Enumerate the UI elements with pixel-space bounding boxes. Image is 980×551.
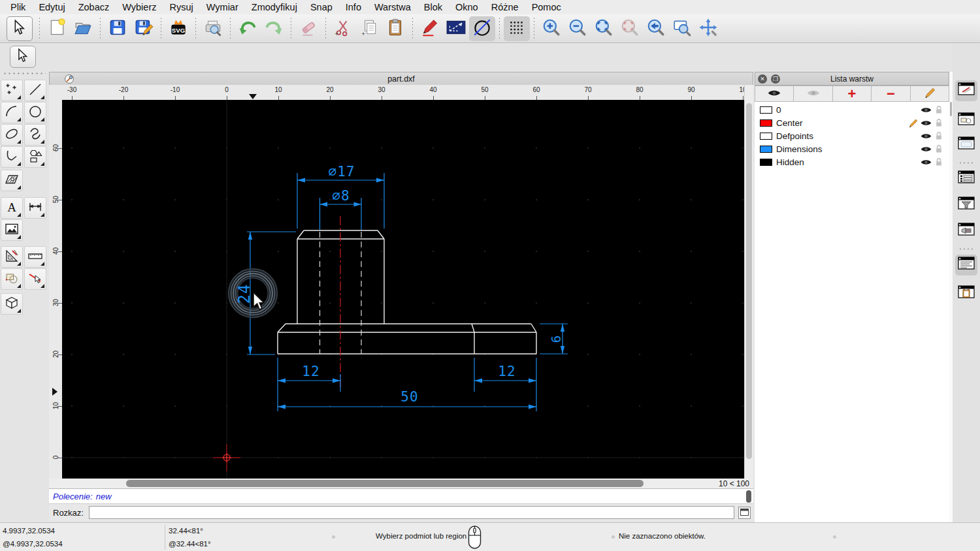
zoom-window-button[interactable] (669, 16, 695, 41)
layer-lock-icon[interactable] (932, 131, 945, 140)
measure-tool-button[interactable] (24, 246, 46, 268)
text-tool-button[interactable]: A (1, 197, 23, 219)
dim-height-24[interactable]: 24 (235, 284, 253, 304)
redo-button[interactable] (261, 16, 287, 41)
dim-diameter-17[interactable]: ⌀17 (329, 164, 355, 180)
layer-editing-pencil-icon[interactable] (906, 118, 919, 128)
palette-select-button[interactable] (10, 46, 36, 68)
dock-command-line-button[interactable] (955, 255, 977, 276)
image-tool-button[interactable] (1, 219, 23, 241)
dock-scrollbar-thumb[interactable] (950, 102, 952, 116)
line-tool-button[interactable] (24, 80, 46, 101)
h-scrollbar-thumb[interactable] (126, 480, 644, 487)
menu-info[interactable]: Info (339, 2, 368, 12)
select-tool-button[interactable] (7, 16, 33, 41)
command-history-scrollbar[interactable] (746, 490, 751, 503)
dock-entity-properties-button[interactable] (955, 80, 977, 101)
points-tool-button[interactable] (1, 80, 23, 101)
open-file-button[interactable] (70, 16, 96, 41)
menu-wymiar[interactable]: Wymiar (200, 2, 245, 12)
layer-color-swatch[interactable] (760, 106, 772, 114)
circle-tool-button[interactable] (24, 102, 46, 123)
layer-visible-icon[interactable] (919, 133, 932, 140)
menu-wybierz[interactable]: Wybierz (116, 2, 163, 12)
dim-height-6[interactable]: 6 (549, 335, 563, 343)
layer-name[interactable]: 0 (776, 105, 919, 115)
menu-plik[interactable]: Plik (4, 2, 32, 12)
menu-edytuj[interactable]: Edytuj (32, 2, 71, 12)
dock-layer-list-button[interactable] (955, 168, 977, 189)
zoom-pan-button[interactable] (695, 16, 721, 41)
polyline-tool-button[interactable] (1, 146, 23, 168)
layer-visible-icon[interactable] (919, 106, 932, 114)
circle-slash-toggle-button[interactable] (469, 16, 495, 41)
layer-row[interactable]: Hidden (755, 155, 949, 168)
blocks-tool-button[interactable] (1, 268, 23, 290)
layer-name[interactable]: Center (776, 118, 906, 128)
export-svg-button[interactable]: SVG (165, 16, 191, 41)
deselect-tool-button[interactable] (24, 268, 46, 290)
zoom-auto-button[interactable] (591, 16, 617, 41)
menu-rysuj[interactable]: Rysuj (163, 2, 200, 12)
grid-toggle-button[interactable] (504, 16, 530, 41)
undock-icon[interactable]: ❐ (771, 74, 780, 84)
drawing-canvas[interactable]: ⌀17 ⌀8 24 12 12 50 6 (62, 100, 744, 479)
menu-snap[interactable]: Snap (304, 2, 339, 12)
command-input[interactable] (89, 506, 734, 519)
layer-name[interactable]: Hidden (776, 157, 919, 167)
layer-visible-icon[interactable] (919, 146, 932, 153)
dim-offset-right-12[interactable]: 12 (498, 364, 515, 379)
layer-row[interactable]: 0 (755, 103, 949, 116)
layer-color-swatch[interactable] (760, 133, 772, 140)
menu-zmodyfikuj[interactable]: Zmodyfikuj (245, 2, 304, 12)
copy-button[interactable]: + (356, 16, 382, 41)
print-preview-button[interactable] (200, 16, 226, 41)
canvas-horizontal-scrollbar[interactable]: 10 < 100 (49, 479, 753, 488)
menu-warstwa[interactable]: Warstwa (368, 2, 417, 12)
zoom-previous-button[interactable] (643, 16, 669, 41)
document-titlebar[interactable]: part.dxf (49, 72, 753, 85)
canvas-vertical-scrollbar[interactable] (744, 85, 753, 479)
cut-button[interactable]: + (330, 16, 356, 41)
menu-zobacz[interactable]: Zobacz (72, 2, 116, 12)
paste-button[interactable] (382, 16, 408, 41)
layer-lock-icon[interactable] (932, 157, 945, 166)
arc-tool-button[interactable] (1, 102, 23, 123)
pen-button[interactable] (417, 16, 443, 41)
modify-tool-button[interactable] (1, 246, 23, 268)
undo-button[interactable] (235, 16, 261, 41)
command-history[interactable]: Polecenie: new (49, 488, 753, 504)
close-icon[interactable]: ✕ (758, 74, 767, 84)
save-as-button[interactable] (131, 16, 157, 41)
menu-blok[interactable]: Blok (417, 2, 449, 12)
dock-command-widget-button[interactable] (955, 221, 977, 242)
layer-color-swatch[interactable] (760, 146, 772, 153)
new-document-button[interactable] (44, 16, 70, 41)
spline-tool-button[interactable] (24, 124, 46, 146)
menu-rozne[interactable]: Różne (485, 2, 525, 12)
layer-visible-icon[interactable] (919, 119, 932, 127)
layer-color-swatch[interactable] (760, 119, 772, 127)
dimension-tool-button[interactable] (24, 197, 46, 219)
ellipse-tool-button[interactable] (1, 124, 23, 146)
modify-layer-button[interactable] (911, 86, 949, 102)
layer-visible-icon[interactable] (919, 159, 932, 166)
remove-layer-button[interactable]: − (872, 86, 910, 102)
hide-all-layers-button[interactable] (794, 86, 832, 102)
layer-row[interactable]: Defpoints (755, 129, 949, 142)
dock-library-browser-button[interactable] (955, 134, 977, 155)
zoom-in-button[interactable] (538, 16, 564, 41)
dim-offset-left-12[interactable]: 12 (302, 364, 319, 379)
hatch-tool-button[interactable] (1, 170, 23, 191)
dim-diameter-8[interactable]: ⌀8 (332, 188, 350, 204)
menu-okno[interactable]: Okno (449, 2, 485, 12)
layer-row[interactable]: Center (755, 116, 949, 129)
show-all-layers-button[interactable] (755, 86, 794, 102)
layer-lock-icon[interactable] (932, 144, 945, 153)
save-button[interactable] (105, 16, 131, 41)
dock-clipboard-button[interactable] (955, 283, 977, 304)
zoom-selected-button[interactable] (617, 16, 643, 41)
add-layer-button[interactable]: + (833, 86, 872, 102)
zoom-out-button[interactable] (564, 16, 591, 41)
dim-width-50[interactable]: 50 (400, 389, 418, 405)
